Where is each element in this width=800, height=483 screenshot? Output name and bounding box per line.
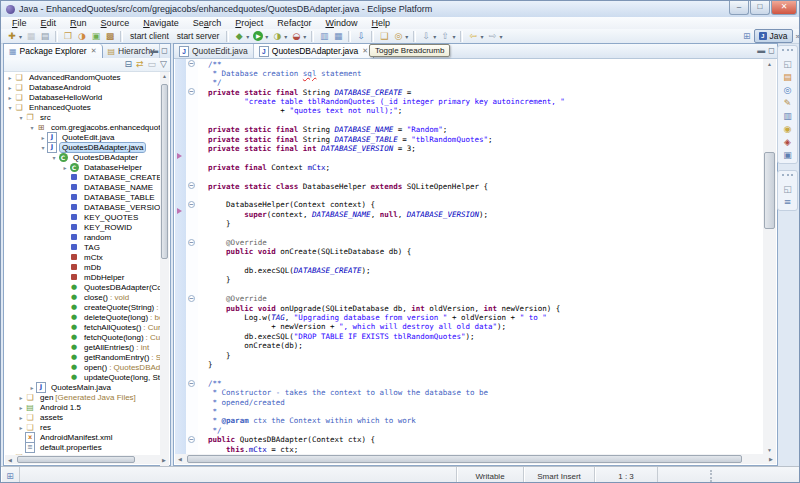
tree-item[interactable]: TAG [6, 242, 162, 252]
code-line[interactable] [199, 172, 759, 181]
code-line[interactable]: private static class DatabaseHelper exte… [199, 182, 759, 191]
focus-button[interactable]: ▭ [148, 59, 157, 70]
tree-item[interactable]: ▸❏res [6, 422, 162, 432]
minimize-view-icon[interactable]: ▬ [757, 46, 765, 55]
tree-item[interactable]: ●fetchAllQuotes() : Cursor [6, 322, 162, 332]
annotation-ruler[interactable] [175, 59, 186, 454]
code-line[interactable] [199, 191, 759, 200]
code-line[interactable]: private static final String DATABASE_CRE… [199, 88, 759, 97]
task-list-view-button[interactable]: ▤ [778, 70, 797, 83]
code-line[interactable]: public void onCreate(SQLiteDatabase db) … [199, 247, 759, 256]
search-button[interactable]: ◎ [391, 30, 405, 42]
tree-item[interactable]: ▸JQuotesMain.java [6, 382, 162, 392]
menu-refactor[interactable]: Refactor [270, 17, 318, 29]
start-server-button[interactable]: start server [173, 30, 224, 42]
code-line[interactable]: db.execSQL(DATABASE_CREATE); [199, 266, 759, 275]
twisty-icon[interactable]: ▸ [6, 84, 14, 91]
code-line[interactable]: this.mCtx = ctx; [199, 445, 759, 454]
code-line[interactable]: Log.w(TAG, "Upgrading database from vers… [199, 313, 759, 322]
code-line[interactable]: } [199, 351, 759, 360]
tree-item[interactable]: ●getAllEntries() : int [6, 342, 162, 352]
twisty-icon[interactable]: ▾ [39, 144, 47, 151]
twisty-icon[interactable]: ▸ [39, 134, 47, 141]
twisty-icon[interactable]: ▸ [61, 164, 69, 171]
twisty-icon[interactable]: ▾ [6, 104, 14, 111]
code-line[interactable]: */ [199, 426, 759, 435]
twisty-icon[interactable]: ▸ [17, 394, 25, 401]
drag-handle[interactable] [782, 174, 793, 180]
minimize-button[interactable]: – [729, 1, 749, 15]
code-line[interactable]: public QuotesDBAdapter(Context ctx) { [199, 435, 759, 444]
tree-item[interactable]: ▾⊞com.gregjacobs.enhancedquotes [6, 122, 162, 132]
editor-horizontal-scrollbar[interactable]: ◀ ▶ [175, 454, 776, 464]
menu-project[interactable]: Project [228, 17, 270, 29]
dropdown-arrow-icon[interactable]: ▾ [433, 33, 436, 40]
code-line[interactable]: * [199, 407, 759, 416]
code-line[interactable] [199, 116, 759, 125]
dropdown-arrow-icon[interactable]: ▾ [246, 33, 249, 40]
coverage-button[interactable]: ◑ [270, 30, 284, 42]
tab-package-explorer[interactable]: ▦ Package Explorer ✕ [4, 44, 103, 58]
code-line[interactable]: private static final String DATABASE_NAM… [199, 125, 759, 134]
tree-item[interactable]: ▾❐src [6, 112, 162, 122]
print-button[interactable]: ▤ [38, 30, 52, 42]
maximize-button[interactable]: □ [750, 1, 770, 15]
menu-file[interactable]: File [5, 17, 34, 29]
fold-collapse-icon[interactable]: − [188, 88, 195, 95]
editor-hscrollbar-thumb[interactable] [187, 455, 742, 463]
code-line[interactable] [199, 369, 759, 378]
code-line[interactable]: @Override [199, 238, 759, 247]
twisty-icon[interactable]: ▾ [17, 114, 25, 121]
tree-item[interactable]: ▸❏DatabaseHelloWorld [6, 92, 162, 102]
annotation-marker[interactable] [177, 208, 182, 214]
maximize-view-icon[interactable]: ◻ [161, 46, 168, 55]
tree-item[interactable]: mCtx [6, 252, 162, 262]
code-line[interactable]: } [199, 360, 759, 369]
console-view-button[interactable]: ▥ [778, 109, 797, 122]
code-line[interactable]: db.execSQL("DROP TABLE IF EXISTS tblRand… [199, 332, 759, 341]
twisty-icon[interactable]: ▸ [6, 94, 14, 101]
save-button[interactable]: ▦ [24, 30, 38, 42]
close-icon[interactable]: ✕ [91, 47, 97, 55]
code-line[interactable]: * @param ctx the Context within which to… [199, 416, 759, 425]
templates-view-button[interactable]: ▣ [778, 148, 797, 161]
twisty-icon[interactable]: ▸ [17, 414, 25, 421]
twisty-icon[interactable]: ▸ [17, 404, 25, 411]
code-line[interactable]: public void onUpgrade(SQLiteDatabase db,… [199, 304, 759, 313]
java-perspective-button[interactable]: J Java [754, 29, 793, 43]
tree-item[interactable]: DATABASE_TABLE [6, 192, 162, 202]
tree-item[interactable]: KEY_ROWID [6, 222, 162, 232]
dropdown-arrow-icon[interactable]: ▾ [19, 33, 22, 40]
tree-scrollbar-thumb[interactable] [161, 84, 168, 259]
tree-item[interactable]: ●close() : void [6, 292, 162, 302]
link-with-editor-button[interactable]: ⇄ [136, 59, 144, 70]
tree-item[interactable]: ●getRandomEntry() : String [6, 352, 162, 362]
run-button[interactable]: ▶ [251, 30, 265, 42]
fold-collapse-icon[interactable]: − [188, 295, 195, 302]
dropdown-arrow-icon[interactable]: ▾ [284, 33, 287, 40]
tree-horizontal-scrollbar[interactable]: ◀ ▶ [5, 455, 169, 464]
view-menu-button[interactable]: ▽ [160, 59, 167, 70]
scroll-right-icon[interactable]: ▶ [160, 457, 168, 463]
code-line[interactable]: } [199, 275, 759, 284]
dropdown-arrow-icon[interactable]: ▾ [265, 33, 268, 40]
code-line[interactable]: DatabaseHelper(Context context) { [199, 200, 759, 209]
code-line[interactable]: private static final String DATABASE_TAB… [199, 135, 759, 144]
code-line[interactable]: onCreate(db); [199, 341, 759, 350]
scroll-left-icon[interactable]: ◀ [176, 456, 184, 462]
snippets-view-button[interactable]: ✎ [778, 96, 797, 109]
drag-handle[interactable] [782, 49, 793, 55]
restore-views-button[interactable]: ◱ [778, 182, 797, 195]
close-icon[interactable]: ✕ [362, 47, 368, 55]
start-client-button[interactable]: start client [126, 30, 173, 42]
fast-view-icon[interactable]: ⊞ [1, 467, 20, 483]
twisty-icon[interactable]: ▸ [6, 74, 14, 81]
code-line[interactable]: * Database creation sql statement [199, 69, 759, 78]
tree-item[interactable]: DATABASE_VERSION [6, 202, 162, 212]
scroll-up-icon[interactable]: ▲ [763, 61, 776, 67]
tree-item[interactable]: ●open() : QuotesDBAdapter [6, 362, 162, 372]
open-perspective-button[interactable]: ▥ [317, 30, 331, 42]
open-type-button[interactable]: ❑ [377, 30, 391, 42]
tree-item[interactable]: ●fetchQuote(long) : Cursor [6, 332, 162, 342]
tree-item[interactable]: DATABASE_CREATE [6, 172, 162, 182]
